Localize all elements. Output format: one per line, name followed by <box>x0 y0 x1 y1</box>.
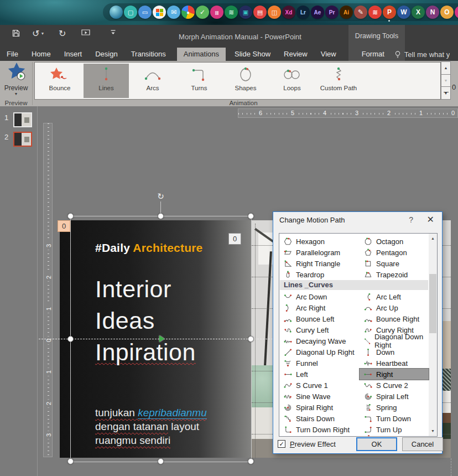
path-option-teardrop[interactable]: Teardrop <box>279 269 360 280</box>
gallery-item-custom-path[interactable]: Custom Path <box>316 64 361 98</box>
scrollbar-up-arrow[interactable]: ▲ <box>429 234 437 243</box>
adobe-lr-icon[interactable]: Lr <box>296 6 310 19</box>
qat-more-button[interactable] <box>110 28 117 36</box>
preview-effect-checkbox[interactable]: ✓ <box>278 440 285 448</box>
dialog-help-button[interactable]: ? <box>409 215 413 224</box>
selection-handle[interactable] <box>158 213 164 219</box>
path-option-spring[interactable]: Spring <box>360 402 429 413</box>
adobe-ae-icon[interactable]: Ae <box>311 6 324 19</box>
path-option-hexagon[interactable]: Hexagon <box>279 236 360 247</box>
mail-app-icon[interactable]: ✉ <box>167 6 180 19</box>
dialog-close-button[interactable]: ✕ <box>427 214 434 225</box>
path-option-turn-up[interactable]: Turn Up <box>360 424 429 435</box>
photos-app-icon[interactable]: ◫ <box>268 6 281 19</box>
gallery-scroll-down-button[interactable]: ▼ <box>441 74 451 87</box>
path-option-stairs-down[interactable]: Stairs Down <box>279 413 360 424</box>
path-option-diagonal-down-right[interactable]: Diagonal Down Right <box>360 335 429 346</box>
path-option-parallelogram[interactable]: Parallelogram <box>279 247 360 258</box>
preview-dropdown-caret[interactable]: ▼ <box>0 92 32 96</box>
tab-home[interactable]: Home <box>32 48 51 61</box>
selection-handle[interactable] <box>67 458 74 464</box>
path-option-down[interactable]: Down <box>360 346 429 358</box>
selection-handle[interactable] <box>248 213 254 219</box>
redo-button[interactable]: ↻ <box>59 28 66 39</box>
gallery-item-turns[interactable]: Turns <box>176 64 222 98</box>
path-option-s-curve-1[interactable]: S Curve 1 <box>279 380 360 391</box>
path-option-octagon[interactable]: Octagon <box>360 236 429 247</box>
excel-icon[interactable]: X <box>412 6 425 19</box>
spotify-icon[interactable]: ≋ <box>225 6 238 19</box>
slideshow-button[interactable] <box>81 28 91 37</box>
path-option-bounce-left[interactable]: Bounce Left <box>279 313 360 324</box>
chat-app-icon[interactable]: ▢ <box>124 6 137 19</box>
path-option-right-triangle[interactable]: Right Triangle <box>279 258 360 269</box>
path-option-pentagon[interactable]: Pentagon <box>360 247 429 258</box>
tab-slide-show[interactable]: Slide Show <box>235 48 270 61</box>
tab-animations[interactable]: Animations <box>177 48 226 61</box>
music-bars-app-icon[interactable]: ||| <box>210 6 223 19</box>
tab-design[interactable]: Design <box>95 48 117 61</box>
save-button[interactable] <box>11 28 20 38</box>
powerpoint-icon[interactable]: P <box>383 6 396 19</box>
checkmark-app-icon[interactable]: ✓ <box>196 6 209 19</box>
path-option-trapezoid[interactable]: Trapezoid <box>360 269 429 280</box>
card-app-icon[interactable]: ▣ <box>239 6 252 19</box>
path-option-square[interactable]: Square <box>360 258 429 269</box>
tab-transitions[interactable]: Transitions <box>131 48 166 61</box>
display-app-icon[interactable]: ▭ <box>138 6 152 19</box>
gallery-item-arcs[interactable]: Arcs <box>130 64 175 98</box>
preview-button-label[interactable]: Preview <box>0 84 32 92</box>
rotation-handle[interactable]: ↻ <box>156 192 165 201</box>
selection-handle[interactable] <box>248 458 254 464</box>
gallery-item-loops[interactable]: Loops <box>269 64 315 98</box>
slide-2-thumbnail[interactable] <box>13 132 32 147</box>
chrome-icon[interactable]: ● <box>181 6 195 19</box>
path-option-arc-left[interactable]: Arc Left <box>360 291 429 302</box>
slide-1-thumbnail[interactable] <box>13 112 32 127</box>
scrollbar-thumb[interactable] <box>429 274 436 333</box>
animation-number-badge[interactable]: 0 <box>228 233 241 245</box>
gallery-item-shapes[interactable]: Shapes <box>223 64 268 98</box>
undo-button[interactable]: ↺▼ <box>32 28 44 39</box>
selection-handle[interactable] <box>67 336 74 342</box>
path-option-decaying-wave[interactable]: Decaying Wave <box>279 335 360 346</box>
path-option-turn-down-right[interactable]: Turn Down Right <box>279 424 360 435</box>
tell-me-box[interactable]: Tell me what y <box>394 48 450 61</box>
office-o-icon[interactable]: O <box>440 6 454 19</box>
motion-path-listbox[interactable]: ▲ ▼ Hexagon Octagon Parallelogram Pentag… <box>279 233 438 437</box>
tab-view[interactable]: View <box>321 48 336 61</box>
tab-insert[interactable]: Insert <box>64 48 82 61</box>
adobe-ai-icon[interactable]: Ai <box>340 6 353 19</box>
ok-button[interactable]: OK <box>356 437 397 451</box>
path-option-turn-down[interactable]: Turn Down <box>360 413 429 424</box>
onenote-icon[interactable]: N <box>426 6 439 19</box>
path-option-spiral-left[interactable]: Spiral Left <box>360 391 429 402</box>
path-option-arc-up[interactable]: Arc Up <box>360 302 429 313</box>
animation-number-badge-selected[interactable]: 0 <box>58 220 70 232</box>
path-option-s-curve-2[interactable]: S Curve 2 <box>360 380 429 391</box>
cancel-button[interactable]: Cancel <box>402 437 443 451</box>
path-option-heartbeat[interactable]: Heartbeat <box>360 358 429 369</box>
gallery-item-lines[interactable]: Lines <box>84 64 129 98</box>
gallery-item-bounce[interactable]: Bounce <box>37 64 82 98</box>
path-option-sine-wave[interactable]: Sine Wave <box>279 391 360 402</box>
path-option-arc-down[interactable]: Arc Down <box>279 291 360 302</box>
adobe-xd-icon[interactable]: Xd <box>282 6 295 19</box>
wifi-app-icon[interactable]: ≋ <box>368 6 382 19</box>
path-option-diagonal-up-right[interactable]: Diagonal Up Right <box>279 346 360 358</box>
path-option-right[interactable]: Right <box>360 369 429 380</box>
gallery-more-button[interactable]: ▼ <box>441 86 451 100</box>
path-option-bounce-right[interactable]: Bounce Right <box>360 313 429 324</box>
path-option-funnel[interactable]: Funnel <box>279 358 360 369</box>
tab-file[interactable]: File <box>7 48 18 61</box>
tab-format[interactable]: Format <box>362 48 384 61</box>
selection-handle[interactable] <box>248 336 254 342</box>
path-option-left[interactable]: Left <box>279 369 360 380</box>
path-option-spiral-right[interactable]: Spiral Right <box>279 402 360 413</box>
scrollbar-down-arrow[interactable]: ▼ <box>429 427 437 436</box>
pencil-app-icon[interactable]: ✎ <box>354 6 367 19</box>
tab-review[interactable]: Review <box>284 48 308 61</box>
gallery-scroll-up-button[interactable]: ▲ <box>441 61 451 75</box>
path-option-arc-right[interactable]: Arc Right <box>279 302 360 313</box>
adobe-pr-icon[interactable]: Pr <box>325 6 339 19</box>
